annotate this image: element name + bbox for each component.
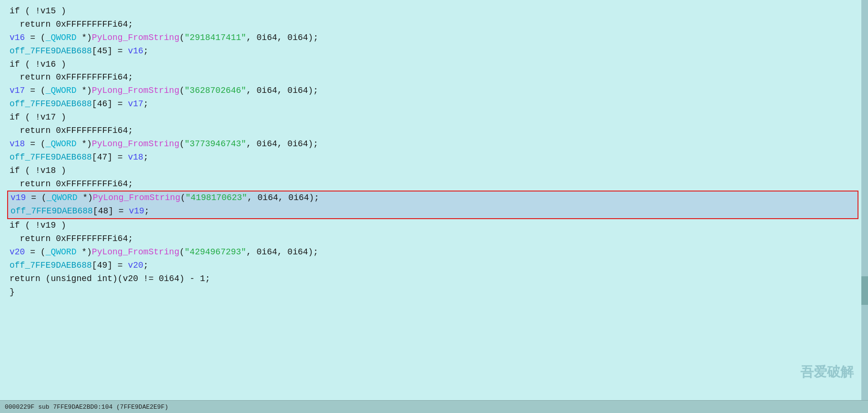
- scrollbar-thumb[interactable]: [861, 276, 868, 305]
- code-line: v18 = (_QWORD *)PyLong_FromString("37739…: [10, 138, 858, 151]
- code-line: return 0xFFFFFFFFFi64;: [10, 178, 858, 191]
- code-line: v17 = (_QWORD *)PyLong_FromString("36287…: [10, 84, 858, 98]
- scrollbar[interactable]: [861, 0, 868, 400]
- code-line: return 0xFFFFFFFFFi64;: [10, 18, 858, 31]
- code-line: off_7FFE9DAEB688[45] = v16;: [10, 45, 858, 58]
- code-line: return 0xFFFFFFFFFi64;: [10, 232, 858, 246]
- code-lines: if ( !v15 ) return 0xFFFFFFFFFi64;v16 = …: [10, 5, 858, 299]
- code-line: v20 = (_QWORD *)PyLong_FromString("42949…: [10, 246, 858, 259]
- code-line: return 0xFFFFFFFFFi64;: [10, 71, 858, 84]
- code-line: off_7FFE9DAEB688[49] = v20;: [10, 259, 858, 272]
- watermark: 吾爱破解: [800, 363, 854, 381]
- code-line: v16 = (_QWORD *)PyLong_FromString("29184…: [10, 31, 858, 45]
- code-line: return 0xFFFFFFFFFi64;: [10, 124, 858, 138]
- code-line: if ( !v17 ): [10, 111, 858, 124]
- code-line: if ( !v19 ): [10, 219, 858, 232]
- code-line-highlighted: v19 = (_QWORD *)PyLong_FromString("41981…: [10, 191, 858, 205]
- highlighted-block: v19 = (_QWORD *)PyLong_FromString("41981…: [7, 191, 858, 219]
- code-editor: if ( !v15 ) return 0xFFFFFFFFFi64;v16 = …: [0, 0, 868, 400]
- code-line: off_7FFE9DAEB688[46] = v17;: [10, 98, 858, 111]
- code-line: return (unsigned int)(v20 != 0i64) - 1;: [10, 272, 858, 286]
- status-text: 0000229F sub 7FFE9DAE2BD0:104 (7FFE9DAE2…: [5, 403, 168, 411]
- code-line: if ( !v18 ): [10, 164, 858, 178]
- code-line: }: [10, 286, 858, 299]
- code-line-highlighted: off_7FFE9DAEB688[48] = v19;: [10, 205, 858, 218]
- code-line: off_7FFE9DAEB688[47] = v18;: [10, 151, 858, 164]
- code-line: if ( !v15 ): [10, 5, 858, 18]
- code-line: if ( !v16 ): [10, 58, 858, 71]
- status-bar: 0000229F sub 7FFE9DAE2BD0:104 (7FFE9DAE2…: [0, 400, 868, 413]
